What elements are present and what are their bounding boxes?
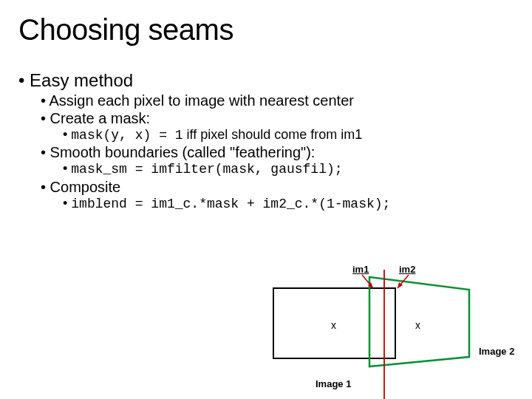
bullet-l1: Easy method xyxy=(18,70,514,92)
callout-im2-arrow xyxy=(398,282,403,288)
text-mask-desc: iff pixel should come from im1 xyxy=(183,127,363,142)
bullet-l3-mask-expr: mask(y, x) = 1 iff pixel should come fro… xyxy=(63,127,514,144)
callout-im2-line xyxy=(398,275,409,288)
center-marker-1: x xyxy=(331,319,336,331)
callout-im1-line xyxy=(362,275,373,288)
callout-im1-arrow xyxy=(368,282,373,288)
bullet-l3-composite-code: imblend = im1_c.*mask + im2_c.*(1-mask); xyxy=(63,196,514,213)
center-marker-2: x xyxy=(415,319,420,331)
label-im2: im2 xyxy=(399,264,415,275)
code-mask: mask(y, x) = 1 xyxy=(71,128,183,143)
bullet-l3-smooth-code: mask_sm = imfilter(mask, gausfil); xyxy=(63,161,514,178)
slide-body: Easy method Assign each pixel to image w… xyxy=(18,70,514,213)
label-image1: Image 1 xyxy=(316,378,351,389)
bullet-l2-composite: Composite xyxy=(41,178,514,196)
code-smooth: mask_sm = imfilter(mask, gausfil); xyxy=(71,162,342,177)
label-image2: Image 2 xyxy=(479,346,514,357)
code-composite: imblend = im1_c.*mask + im2_c.*(1-mask); xyxy=(71,197,390,211)
slide-title: Choosing seams xyxy=(18,13,233,47)
label-im1: im1 xyxy=(352,264,369,275)
bullet-l2-mask: Create a mask: xyxy=(41,109,514,127)
bullet-l2-smooth: Smooth boundaries (called "feathering"): xyxy=(41,143,514,161)
bullet-l2-assign: Assign each pixel to image with nearest … xyxy=(41,92,514,109)
slide: Choosing seams Easy method Assign each p… xyxy=(0,0,532,399)
